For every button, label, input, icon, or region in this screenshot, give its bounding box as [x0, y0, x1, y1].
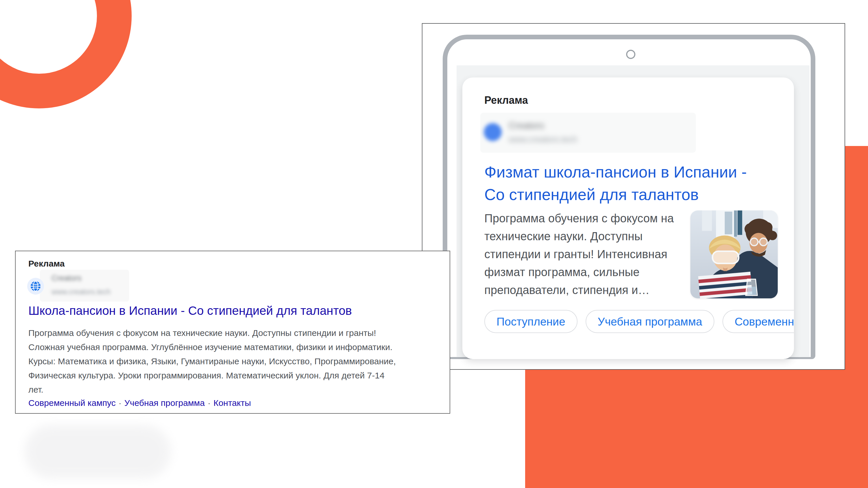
sitelink-button-campus[interactable]: Современный кампус	[722, 310, 794, 333]
sitelink-separator: ·	[205, 398, 214, 408]
advertiser-name-blurred: Creators	[509, 120, 544, 131]
sitelink-link-campus[interactable]: Современный кампус	[28, 398, 116, 408]
advertiser-url-blurred: www.creators.tech	[52, 288, 111, 296]
sitelink-button-admission[interactable]: Поступление	[484, 310, 578, 333]
desktop-ad-card: Реклама Creators www.creators.tech Школа…	[15, 251, 450, 414]
advertiser-chip: Creators www.creators.tech	[480, 113, 696, 153]
advertiser-url-blurred: www.creators.tech	[509, 135, 577, 144]
sitelink-separator: ·	[116, 398, 124, 408]
ad-badge: Реклама	[28, 259, 65, 268]
tablet-camera-icon	[626, 50, 636, 59]
ad-title-line1: Физмат школа-пансион в Испании -	[484, 161, 747, 183]
advertiser-favicon-blurred	[484, 123, 502, 141]
sitelink-link-curriculum[interactable]: Учебная программа	[124, 398, 205, 408]
ad-badge: Реклама	[484, 94, 528, 106]
sitelink-button-curriculum[interactable]: Учебная программа	[586, 310, 714, 333]
description-line: Программа обучения с фокусом на техничес…	[28, 326, 396, 340]
description-line: стипендии и гранты! Интенсивная	[484, 245, 674, 263]
globe-icon	[27, 278, 44, 295]
advertiser-name-blurred: Creators	[52, 274, 82, 283]
sitelinks-row: Современный кампус·Учебная программа·Кон…	[28, 398, 251, 408]
sitelink-link-contacts[interactable]: Контакты	[214, 398, 251, 408]
description-line: физмат программа, сильные	[484, 263, 674, 281]
mobile-ad-card: Реклама Creators www.creators.tech Физма…	[462, 77, 794, 359]
ad-title-link[interactable]: Школа-пансион в Испании - Со стипендией …	[28, 304, 352, 318]
description-line: преподаватели, стипендия и…	[484, 281, 674, 299]
description-line: Сложная учебная программа. Углублённое и…	[28, 340, 396, 354]
decorative-ring	[0, 0, 132, 108]
sitelink-buttons-row: ПоступлениеУчебная программаСовременный …	[484, 310, 794, 334]
page: Реклама Creators www.creators.tech Физма…	[0, 0, 868, 488]
description-line: технические науки. Доступны	[484, 227, 674, 245]
science-class-illustration	[690, 210, 778, 298]
ad-image	[690, 210, 778, 298]
description-line: Курсы: Математика и физика, Языки, Гуман…	[28, 354, 396, 368]
description-line: лет.	[28, 383, 396, 397]
ad-description: Программа обучения с фокусом на техничес…	[28, 326, 396, 397]
ad-title-link[interactable]: Физмат школа-пансион в Испании - Со стип…	[484, 161, 747, 206]
description-line: Программа обучения с фокусом на	[484, 209, 674, 227]
description-line: Физическая культура. Уроки программирова…	[28, 368, 396, 383]
blurred-watermark	[25, 425, 171, 479]
ad-description: Программа обучения с фокусом на техничес…	[484, 209, 674, 299]
ad-title-line2: Со стипендией для талантов	[484, 183, 747, 206]
